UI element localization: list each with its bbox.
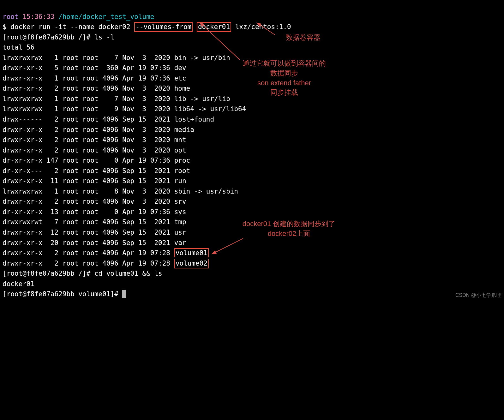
- annotation-data-volume-container: 数据卷容器: [275, 33, 332, 43]
- csdn-watermark: CSDN @小七学爪哇: [455, 291, 501, 299]
- ls-row: drwxr-xr-x 2 root root 4096 Nov 3 2020 s…: [3, 196, 501, 207]
- dollar-sign: $: [3, 23, 7, 31]
- ls-row: lrwxrwxrwx 1 root root 8 Nov 3 2020 sbin…: [3, 186, 501, 197]
- prompt-path: /home/docker_test_volume: [58, 13, 154, 21]
- cmd-gap: [193, 23, 197, 31]
- highlight-volumes-from: --volumes-from: [134, 22, 193, 32]
- shell-prompt-cd: [root@f8fe07a629bb /]# cd volume01 && ls: [3, 270, 162, 277]
- ls-row: dr-xr-x--- 2 root root 4096 Sep 15 2021 …: [3, 166, 501, 176]
- highlight-volume02: volume02: [174, 259, 209, 268]
- prompt-time: 15:36:33: [22, 13, 54, 21]
- shell-prompt-ls: [root@f8fe07a629bb /]# ls -l: [3, 33, 114, 41]
- prompt-line: root 15:36:33 /home/docker_test_volume: [3, 13, 154, 21]
- highlight-volume01: volume01: [174, 248, 209, 257]
- ls-output-docker01: docker01: [3, 280, 34, 288]
- cmd-post: lxz/centos:1.0: [231, 23, 291, 31]
- ls-row: drwx------ 2 root root 4096 Sep 15 2021 …: [3, 114, 501, 125]
- ls-row: lrwxrwxrwx 1 root root 9 Nov 3 2020 lib6…: [3, 104, 501, 114]
- ls-row: dr-xr-xr-x 147 root root 0 Apr 19 07:36 …: [3, 155, 501, 166]
- shell-prompt-volume01: [root@f8fe07a629bb volume01]#: [3, 290, 126, 298]
- cursor-icon: [122, 290, 126, 298]
- annotation-docker01-sync: docker01 创建的数据同步到了docker02上面: [231, 219, 347, 239]
- total-line: total 56: [3, 44, 34, 51]
- vol-row-pre: drwxr-xr-x 2 root root 4096 Apr 19 07:28: [3, 260, 174, 267]
- annotation-sync-explain: 通过它就可以做到容器间的 数据同步 son extend father 同步挂载: [227, 59, 341, 98]
- cmd-pre: docker run -it --name docker02: [7, 23, 135, 31]
- vol-row-pre: drwxr-xr-x 2 root root 4096 Apr 19 07:28: [3, 249, 174, 257]
- terminal-output: root 15:36:33 /home/docker_test_volume $…: [3, 1, 501, 299]
- ls-row: drwxr-xr-x 2 root root 4096 Nov 3 2020 o…: [3, 145, 501, 156]
- ls-row-volume02: drwxr-xr-x 2 root root 4096 Apr 19 07:28…: [3, 260, 209, 267]
- ls-row: drwxr-xr-x 2 root root 4096 Nov 3 2020 m…: [3, 125, 501, 135]
- ls-row: drwxr-xr-x 2 root root 4096 Nov 3 2020 m…: [3, 135, 501, 145]
- prompt-user: root: [3, 13, 19, 21]
- docker-run-command: $ docker run -it --name docker02 --volum…: [3, 23, 291, 31]
- ls-row: dr-xr-xr-x 13 root root 0 Apr 19 07:36 s…: [3, 207, 501, 217]
- highlight-docker01: docker01: [197, 22, 231, 32]
- ls-row: drwxr-xr-x 11 root root 4096 Sep 15 2021…: [3, 176, 501, 186]
- ls-row-volume01: drwxr-xr-x 2 root root 4096 Apr 19 07:28…: [3, 249, 209, 257]
- ls-row: drwxr-xr-x 20 root root 4096 Sep 15 2021…: [3, 238, 501, 248]
